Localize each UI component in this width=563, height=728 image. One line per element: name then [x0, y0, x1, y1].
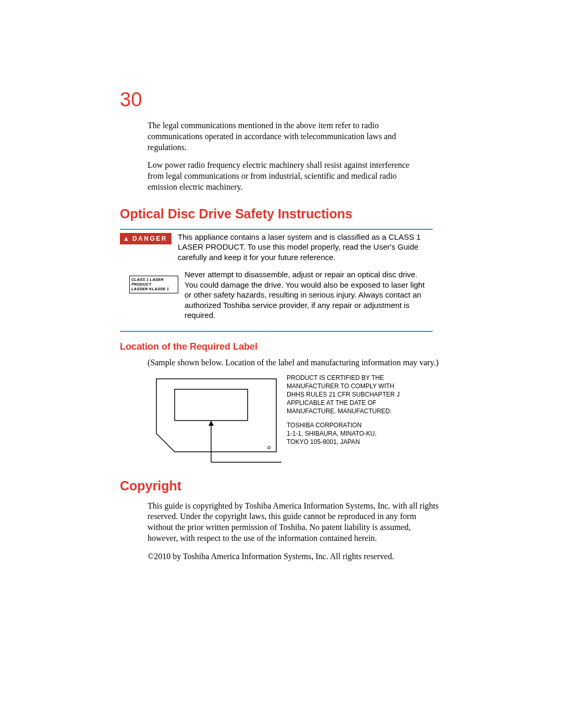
intro-paragraph-1: The legal communications mentioned in th…: [148, 120, 419, 153]
page: 30 The legal communications mentioned in…: [0, 0, 563, 562]
danger-callout: ▲ DANGER This appliance contains a laser…: [120, 229, 433, 332]
svg-point-1: [268, 446, 271, 449]
heading-optical-disc: Optical Disc Drive Safety Instructions: [120, 206, 495, 221]
copyright-paragraph-2: ©2010 by Toshiba America Information Sys…: [148, 551, 439, 562]
danger-badge: ▲ DANGER: [120, 233, 172, 244]
danger-text-1: This appliance contains a laser system a…: [178, 232, 433, 263]
cert-text-1: PRODUCT IS CERTIFIED BY THE MANUFACTURER…: [287, 374, 407, 416]
cert-text-2: TOSHIBA CORPORATION 1-1-1, SHIBAURA, MIN…: [287, 421, 407, 447]
label-diagram: PRODUCT IS CERTIFIED BY THE MANUFACTURER…: [151, 374, 495, 465]
intro-paragraph-2: Low power radio frequency electric machi…: [148, 160, 419, 192]
danger-badge-label: DANGER: [132, 235, 167, 242]
copyright-paragraph-1: This guide is copyrighted by Toshiba Ame…: [148, 501, 439, 544]
class1-line1: CLASS 1 LASER PRODUCT: [131, 278, 176, 287]
warning-triangle-icon: ▲: [123, 235, 129, 242]
svg-rect-0: [175, 389, 248, 421]
class1-line2: LASSER KLASSE 1: [131, 287, 176, 292]
heading-label-location: Location of the Required Label: [120, 341, 495, 352]
certification-label-text: PRODUCT IS CERTIFIED BY THE MANUFACTURER…: [287, 374, 407, 452]
danger-text-2: Never attempt to disassemble, adjust or …: [185, 269, 433, 320]
class1-laser-box: CLASS 1 LASER PRODUCT LASSER KLASSE 1: [129, 276, 178, 293]
page-number: 30: [120, 89, 495, 111]
heading-copyright: Copyright: [120, 478, 495, 493]
drive-outline-icon: [151, 374, 282, 465]
label-location-intro: (Sample shown below. Location of the lab…: [148, 357, 439, 368]
